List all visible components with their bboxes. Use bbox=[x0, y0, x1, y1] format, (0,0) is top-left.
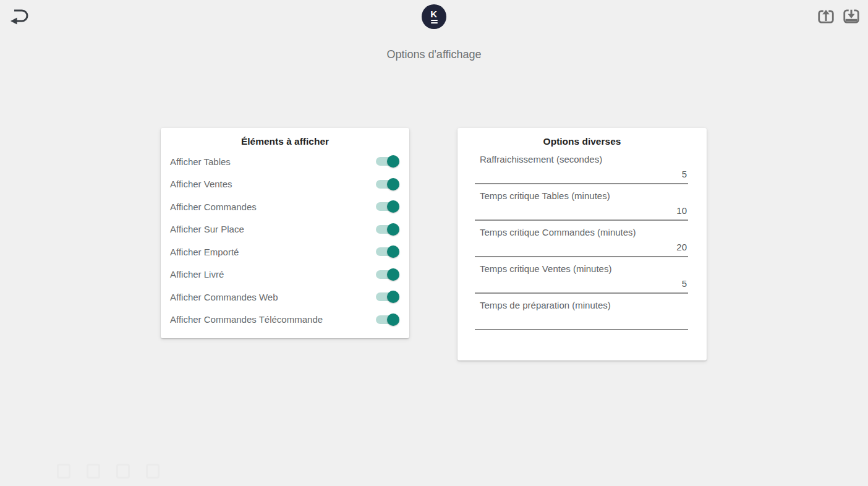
toggle-switch[interactable] bbox=[376, 313, 399, 326]
switch-thumb bbox=[387, 245, 399, 258]
toggle-label: Afficher Commandes Télécommande bbox=[170, 314, 323, 325]
field-label: Temps critique Tables (minutes) bbox=[475, 190, 688, 202]
toggle-row: Afficher Commandes Télécommande bbox=[161, 309, 409, 331]
toggle-switch[interactable] bbox=[376, 178, 399, 190]
field-input[interactable] bbox=[475, 167, 688, 184]
field-input[interactable] bbox=[475, 313, 688, 330]
toggle-label: Afficher Commandes bbox=[170, 202, 257, 212]
logo-bar bbox=[431, 22, 438, 23]
field-label: Temps critique Ventes (minutes) bbox=[475, 263, 688, 275]
options-card-title: Options diverses bbox=[457, 128, 707, 148]
field-input[interactable] bbox=[475, 276, 688, 294]
switch-thumb bbox=[387, 200, 399, 213]
ghost-burn-in-icons bbox=[57, 464, 160, 479]
field-row: Temps critique Ventes (minutes) bbox=[475, 263, 688, 294]
switch-thumb bbox=[387, 223, 399, 236]
ghost-icon bbox=[87, 464, 100, 479]
field-label: Raffraichissement (secondes) bbox=[475, 153, 688, 166]
field-input[interactable] bbox=[475, 240, 688, 257]
toggle-row: Afficher Ventes bbox=[161, 173, 409, 196]
toggle-label: Afficher Livré bbox=[170, 269, 224, 279]
logo-bar bbox=[431, 20, 438, 21]
back-u-turn-arrow-icon bbox=[7, 20, 29, 29]
toggle-label: Afficher Commandes Web bbox=[170, 292, 278, 302]
toggle-switch[interactable] bbox=[376, 245, 399, 258]
switch-thumb bbox=[387, 268, 399, 281]
field-row: Temps critique Tables (minutes) bbox=[475, 190, 688, 221]
toggle-label: Afficher Tables bbox=[170, 156, 231, 167]
page-title: Options d'affichage bbox=[0, 48, 868, 61]
upload-icon bbox=[817, 19, 835, 28]
ghost-icon bbox=[146, 464, 160, 479]
back-button[interactable] bbox=[6, 5, 30, 27]
field-row: Temps de préparation (minutes) bbox=[475, 299, 688, 330]
import-download-button[interactable] bbox=[842, 7, 861, 26]
switch-thumb bbox=[387, 178, 399, 190]
field-input[interactable] bbox=[475, 203, 688, 221]
switch-thumb bbox=[387, 291, 399, 303]
logo-letter: K bbox=[430, 10, 437, 19]
toggle-switch[interactable] bbox=[376, 155, 399, 168]
ghost-icon bbox=[116, 464, 130, 479]
toggle-row: Afficher Commandes bbox=[161, 195, 409, 218]
field-label: Temps critique Commandes (minutes) bbox=[475, 226, 688, 239]
switch-thumb bbox=[387, 155, 399, 168]
top-bar: K bbox=[0, 0, 868, 35]
app-logo: K bbox=[422, 4, 446, 29]
field-row: Raffraichissement (secondes) bbox=[475, 153, 688, 184]
toggle-switch[interactable] bbox=[376, 223, 399, 236]
toggle-label: Afficher Emporté bbox=[170, 247, 239, 257]
download-icon bbox=[842, 19, 861, 28]
toggle-row: Afficher Sur Place bbox=[161, 218, 409, 241]
export-upload-button[interactable] bbox=[817, 7, 835, 26]
display-elements-card: Éléments à afficher Afficher Tables Affi… bbox=[161, 128, 409, 338]
toggle-label: Afficher Sur Place bbox=[170, 224, 244, 234]
toggle-label: Afficher Ventes bbox=[170, 179, 232, 189]
field-row: Temps critique Commandes (minutes) bbox=[475, 226, 688, 257]
toggle-switch[interactable] bbox=[376, 291, 399, 303]
toggle-switch[interactable] bbox=[376, 268, 399, 281]
toggle-row: Afficher Livré bbox=[161, 263, 409, 286]
toggle-switch[interactable] bbox=[376, 200, 399, 213]
toggle-row: Afficher Commandes Web bbox=[161, 286, 409, 309]
field-label: Temps de préparation (minutes) bbox=[475, 299, 688, 312]
misc-options-card: Options diverses Raffraichissement (seco… bbox=[457, 128, 707, 360]
field-list: Raffraichissement (secondes) Temps criti… bbox=[457, 153, 707, 330]
toggle-list: Afficher Tables Afficher Ventes Afficher… bbox=[161, 150, 409, 331]
switch-thumb bbox=[387, 313, 399, 326]
display-card-title: Éléments à afficher bbox=[161, 128, 409, 148]
toggle-row: Afficher Emporté bbox=[161, 241, 409, 263]
topbar-actions bbox=[817, 7, 861, 26]
toggle-row: Afficher Tables bbox=[161, 150, 409, 173]
ghost-icon bbox=[57, 464, 70, 479]
